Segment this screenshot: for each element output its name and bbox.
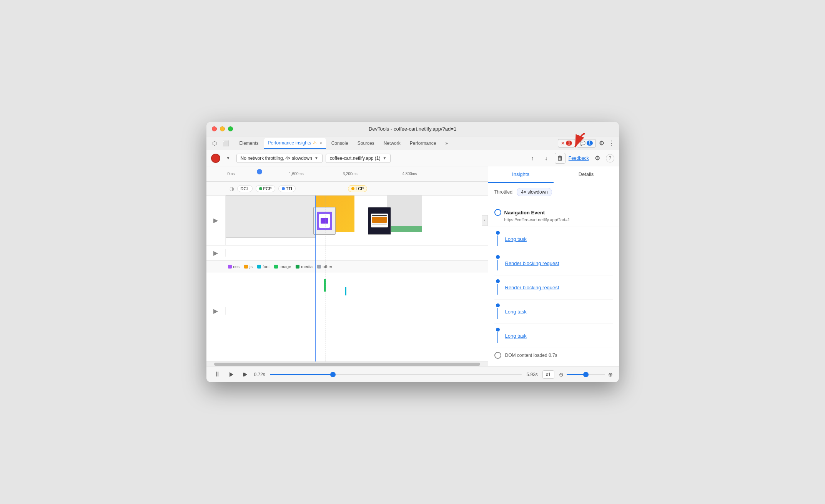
- zoom-track[interactable]: [567, 374, 605, 375]
- expand-row-2: ▶: [206, 245, 488, 261]
- green-state-bar: [387, 226, 422, 232]
- insight-connector-4: [497, 308, 498, 319]
- download-icon[interactable]: ↓: [541, 153, 552, 164]
- throttling-arrow-icon: ▼: [314, 156, 318, 160]
- frame-thumb-1: [313, 207, 336, 235]
- throttling-dropdown[interactable]: No network throttling, 4× slowdown ▼: [236, 154, 323, 163]
- play-icon: [228, 372, 234, 377]
- dom-event-circle: [494, 352, 501, 359]
- frame-line-1: [372, 215, 387, 216]
- speed-button[interactable]: x1: [542, 370, 554, 379]
- dcl-label: DCL: [241, 186, 249, 191]
- insight-connector-5: [497, 332, 498, 343]
- row-2-expand[interactable]: ▶: [206, 249, 226, 257]
- error-badge-button[interactable]: ✕ 1: [558, 139, 575, 148]
- insight-link-5[interactable]: Long task: [505, 333, 527, 339]
- insight-link-1[interactable]: Long task: [505, 236, 527, 242]
- insight-dot-2: [496, 255, 500, 259]
- tab-close-icon[interactable]: ×: [319, 141, 322, 145]
- skip-start-icon: [242, 372, 248, 377]
- time-0ms: 0ms: [228, 172, 235, 176]
- insight-item-5: Long task: [494, 324, 613, 348]
- main-filmstrip-row: ▶: [206, 196, 488, 245]
- svg-marker-4: [244, 373, 247, 376]
- skip-start-button[interactable]: [240, 370, 249, 379]
- seek-thumb[interactable]: [330, 372, 336, 377]
- feedback-link[interactable]: Feedback: [569, 156, 589, 161]
- insight-dot-5: [496, 328, 500, 332]
- record-status-icon[interactable]: ⏸: [213, 370, 222, 379]
- insight-item-1: Long task: [494, 227, 613, 251]
- minimize-button[interactable]: [220, 126, 225, 131]
- nav-event-url: https://coffee-cart.netlify.app/?ad=1: [504, 217, 613, 222]
- zoom-in-button[interactable]: ⊕: [608, 371, 613, 378]
- insight-link-4[interactable]: Long task: [505, 309, 527, 315]
- tab-elements[interactable]: Elements: [236, 138, 263, 149]
- delete-btn-wrapper: 🗑: [555, 153, 566, 164]
- cursor-icon[interactable]: ⬡: [210, 138, 220, 148]
- insight-item-2: Render blocking request: [494, 251, 613, 275]
- legend-other-box: [317, 265, 321, 269]
- legend-font: font: [257, 264, 269, 269]
- devtools-nav-icons: ⬡ ⬜: [210, 138, 231, 148]
- record-button[interactable]: [211, 154, 220, 163]
- tab-performance[interactable]: Performance: [406, 138, 440, 149]
- tabbar: ⬡ ⬜ Elements Performance insights ⚠ × Co…: [206, 136, 619, 150]
- domain-dropdown[interactable]: coffee-cart.netlify.app (1) ▼: [326, 154, 391, 163]
- play-button[interactable]: [226, 370, 236, 379]
- insight-link-2[interactable]: Render blocking request: [505, 260, 559, 266]
- legend-font-box: [257, 265, 261, 269]
- insight-line-1: [494, 231, 501, 247]
- row-3-expand[interactable]: ▶: [206, 307, 226, 315]
- start-time: 0.72s: [254, 372, 265, 377]
- zoom-out-button[interactable]: ⊖: [559, 371, 564, 378]
- insight-line-4: [494, 303, 501, 320]
- legend-other: other: [317, 264, 332, 269]
- tti-badge: TTI: [278, 185, 296, 192]
- dom-line-col: [494, 352, 501, 359]
- tab-network[interactable]: Network: [380, 138, 404, 149]
- tab-insights[interactable]: Insights: [488, 166, 554, 183]
- insight-link-3[interactable]: Render blocking request: [505, 285, 559, 290]
- toolbar: ▼ No network throttling, 4× slowdown ▼ c…: [206, 150, 619, 166]
- frame-coffee-cup: [372, 217, 387, 223]
- row-expand-left[interactable]: ▶: [206, 196, 226, 245]
- fcp-dot: [259, 187, 262, 190]
- message-badge-button[interactable]: 💬 1: [577, 139, 596, 148]
- time-1600ms: 1,600ms: [289, 172, 304, 176]
- dom-event-text: DOM content loaded 0.7s: [505, 353, 557, 358]
- toolbar-right: ↑ ↓ 🗑 Feedback ⚙ ?: [527, 153, 614, 164]
- legend-css-label: css: [233, 264, 240, 269]
- insight-connector-3: [497, 284, 498, 295]
- record-dropdown-arrow[interactable]: ▼: [223, 153, 233, 163]
- help-icon[interactable]: ?: [606, 154, 614, 162]
- device-icon[interactable]: ⬜: [221, 138, 231, 148]
- traffic-lights: [212, 126, 233, 131]
- insight-item-4: Long task: [494, 300, 613, 324]
- error-count: 1: [566, 141, 572, 146]
- timeline-scrollbar[interactable]: [206, 361, 488, 366]
- legend-image: image: [274, 264, 291, 269]
- more-tabs-icon[interactable]: »: [441, 138, 451, 148]
- frame-inner-purple: [321, 218, 328, 224]
- tab-console[interactable]: Console: [328, 138, 352, 149]
- tab-sources[interactable]: Sources: [354, 138, 378, 149]
- tab-details[interactable]: Details: [554, 166, 619, 183]
- insight-dot-3: [496, 279, 500, 283]
- close-button[interactable]: [212, 126, 217, 131]
- speed-label: x1: [546, 372, 551, 377]
- lcp-badge: LCP: [348, 185, 367, 192]
- tab-performance-insights[interactable]: Performance insights ⚠ ×: [264, 138, 326, 149]
- devtools-window: DevTools - coffee-cart.netlify.app/?ad=1…: [206, 122, 619, 382]
- seek-track[interactable]: [270, 374, 522, 375]
- timeline-panel: 0ms 1,600ms 3,200ms 4,800ms ◑ DCL: [206, 166, 488, 366]
- delete-icon[interactable]: 🗑: [555, 153, 566, 164]
- settings-gear-icon[interactable]: ⚙: [592, 153, 603, 164]
- zoom-thumb[interactable]: [583, 372, 589, 377]
- legend-media: media: [296, 264, 313, 269]
- expand-right-icon[interactable]: ›: [482, 215, 488, 226]
- settings-icon[interactable]: ⚙: [597, 139, 606, 148]
- upload-icon[interactable]: ↑: [527, 153, 538, 164]
- maximize-button[interactable]: [228, 126, 233, 131]
- more-options-icon[interactable]: ⋮: [607, 139, 616, 148]
